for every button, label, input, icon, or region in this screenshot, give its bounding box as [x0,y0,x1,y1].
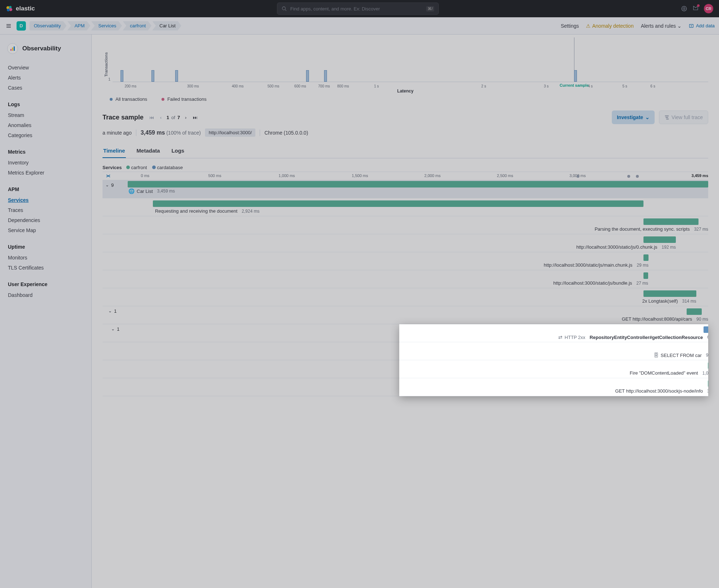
chart-bar[interactable] [574,70,577,82]
investigate-button[interactable]: Investigate⌄ [612,110,655,124]
sidebar-item-monitors[interactable]: Monitors [0,253,91,263]
sidebar-item-stream[interactable]: Stream [0,110,91,120]
sidebar-item-anomalies[interactable]: Anomalies [0,120,91,130]
span-bar[interactable] [643,218,698,225]
expand-toggle[interactable]: ⌄ [108,308,112,313]
sidebar-item-dashboard[interactable]: Dashboard [0,290,91,300]
pager-next[interactable]: › [182,114,189,121]
sidebar-item-categories[interactable]: Categories [0,130,91,140]
span-bar[interactable] [708,380,708,387]
breadcrumb-apm[interactable]: APM [67,21,90,31]
trace-url-badge[interactable]: http://localhost:3000/ [205,128,255,137]
span-row[interactable]: http://localhost:3000/static/js/0.chunk.… [103,234,708,252]
chart-xtick: 700 ms [318,84,330,88]
chart-xtick: 1 s [374,84,379,88]
settings-link[interactable]: Settings [561,23,579,29]
span-duration: 27 ms [636,281,648,286]
sidebar-item-service-map[interactable]: Service Map [0,225,91,235]
span-row[interactable]: Parsing the document, executing sync. sc… [103,216,708,234]
tab-timeline[interactable]: Timeline [103,144,126,158]
collapse-all-icon[interactable] [105,173,111,179]
sidebar-item-alerts[interactable]: Alerts [0,73,91,83]
add-data-button[interactable]: Add data [689,23,715,28]
sidebar-item-overview[interactable]: Overview [0,63,91,73]
span-duration: 29 ms [637,263,649,268]
tab-metadata[interactable]: Metadata [136,144,161,158]
legend-item[interactable]: All transactions [110,96,147,102]
sidebar-item-traces[interactable]: Traces [0,205,91,215]
span-bar[interactable] [153,200,643,207]
span-bar[interactable] [708,362,708,369]
span-child-count: 1 [117,326,119,332]
chart-bar[interactable] [151,70,154,82]
span-row[interactable]: GET http://localhost:3000/sockjs-node/in… [399,378,708,396]
pager-prev[interactable]: ‹ [157,114,164,121]
pager-of: of [171,115,175,120]
pager-first[interactable]: ⏮ [148,114,155,121]
pager-total: 7 [177,115,180,120]
anomaly-link[interactable]: ⚠Anomaly detection [586,23,633,29]
expand-toggle[interactable]: ⌄ [111,326,115,331]
chart-ytick: 1 [108,77,113,91]
span-duration: 1,000 μs [702,371,708,376]
chart-bar[interactable] [175,70,178,82]
alerts-rules-link[interactable]: Alerts and rules⌄ [641,23,682,29]
sidebar-item-metrics-explorer[interactable]: Metrics Explorer [0,168,91,178]
sidebar: Observability OverviewAlertsCasesLogsStr… [0,35,92,588]
sidebar-item-cases[interactable]: Cases [0,83,91,93]
span-row[interactable]: http://localhost:3000/static/js/main.chu… [103,252,708,270]
span-bar[interactable] [643,272,648,279]
breadcrumb-observability[interactable]: Observability [29,21,67,31]
pager-last[interactable]: ⏭ [191,114,199,121]
span-duration: 30 ms [707,389,708,394]
chart-bar[interactable] [120,70,123,82]
trace-icon [664,115,669,120]
space-badge[interactable]: D [17,21,26,31]
trace-sample-title: Trace sample [103,114,144,121]
menu-toggle[interactable] [4,22,13,30]
newsfeed-icon[interactable] [692,5,699,13]
span-bar[interactable] [643,290,696,297]
sidebar-item-inventory[interactable]: Inventory [0,158,91,168]
ruler-mark[interactable] [636,175,639,178]
legend-item[interactable]: Failed transactions [161,96,206,102]
globe-icon: 🌐 [128,188,135,194]
sidebar-item-services[interactable]: Services [0,195,91,205]
span-bar[interactable] [643,254,649,261]
span-bar[interactable] [687,308,702,315]
span-bar[interactable] [643,236,676,243]
global-search[interactable]: Find apps, content, and more. Ex: Discov… [277,3,439,15]
span-row[interactable]: http://localhost:3000/static/js/bundle.j… [103,270,708,288]
tab-logs[interactable]: Logs [171,144,185,158]
ruler-mark[interactable] [627,175,630,178]
grid-icon[interactable] [681,5,687,12]
chart-bar[interactable] [306,70,309,82]
span-row[interactable]: ⌄1GET http://localhost:8080/api/cars90 m… [103,306,708,324]
service-carfront[interactable]: carfront [126,165,147,170]
ruler-tick: 0 ms [141,173,149,178]
trace-tabs: TimelineMetadataLogs [103,144,708,158]
sidebar-item-tls-certificates[interactable]: TLS Certificates [0,263,91,273]
observability-icon [7,43,18,54]
service-cardatabase[interactable]: cardatabase [152,165,183,170]
search-kbd: ⌘/ [426,6,434,12]
brand-logo[interactable]: elastic [6,5,35,12]
breadcrumb-services[interactable]: Services [91,21,122,31]
view-full-trace-button[interactable]: View full trace [659,110,708,124]
expand-toggle[interactable]: ⌄ [105,182,109,187]
span-bar[interactable] [128,181,708,187]
span-name: GET http://localhost:3000/sockjs-node/in… [615,388,703,394]
span-row[interactable]: ⌄1⇄HTTP 2xxRepositoryEntityController#ge… [399,324,708,342]
span-row[interactable]: Fire "DOMContentLoaded" event1,000 μs [399,360,708,378]
span-row[interactable]: Requesting and receiving the document2,9… [103,198,708,216]
span-row[interactable]: 🗄SELECT FROM car980 μs [399,342,708,360]
sidebar-item-dependencies[interactable]: Dependencies [0,215,91,225]
chart-bar[interactable] [324,70,327,82]
breadcrumb-carfront[interactable]: carfront [123,21,151,31]
span-row[interactable]: ⌄9🌐Car List3,459 ms [103,180,708,198]
span-bar[interactable] [704,326,708,333]
span-duration: 327 ms [694,227,708,232]
span-row[interactable]: 2x Longtask(self)314 ms [103,288,708,306]
chart-ylabel: Transactions [103,37,108,91]
user-avatar[interactable]: CR [704,4,713,13]
